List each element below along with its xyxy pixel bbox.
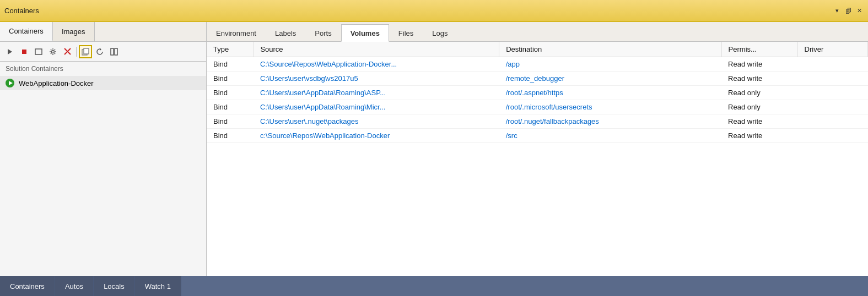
- cell-source[interactable]: C:\Users\user\AppData\Roaming\ASP...: [254, 86, 499, 100]
- start-button[interactable]: [3, 45, 17, 58]
- stop-icon: [21, 48, 28, 55]
- table-header-row: Type Source Destination Permis... Driver: [207, 42, 868, 57]
- cell-permissions: Read write: [721, 57, 797, 72]
- tab-logs[interactable]: Logs: [423, 24, 457, 42]
- stop-button[interactable]: [18, 45, 31, 58]
- tab-images[interactable]: Images: [53, 22, 95, 41]
- cell-destination[interactable]: /root/.nuget/fallbackpackages: [499, 114, 721, 129]
- data-table: Type Source Destination Permis... Driver…: [207, 42, 868, 143]
- cell-permissions: Read write: [721, 129, 797, 143]
- tab-environment[interactable]: Environment: [207, 24, 266, 42]
- cell-driver: [797, 86, 867, 100]
- cell-driver: [797, 100, 867, 114]
- col-header-driver: Driver: [797, 42, 867, 57]
- svg-point-3: [52, 50, 55, 53]
- cell-type: Bind: [207, 86, 254, 100]
- cell-driver: [797, 57, 867, 72]
- table-row: Bind C:\Users\user\AppData\Roaming\ASP..…: [207, 86, 868, 100]
- container-name: WebApplication-Docker: [19, 79, 94, 87]
- pause-button[interactable]: [107, 45, 121, 58]
- bottom-tab-locals[interactable]: Locals: [94, 276, 135, 296]
- cell-permissions: Read write: [721, 72, 797, 86]
- left-tabs: Containers Images: [0, 22, 206, 42]
- cell-type: Bind: [207, 57, 254, 72]
- cell-type: Bind: [207, 72, 254, 86]
- window-title: Containers: [4, 7, 833, 15]
- cell-source[interactable]: C:\Users\user\.nuget\packages: [254, 114, 499, 129]
- tab-volumes[interactable]: Volumes: [341, 24, 389, 42]
- right-panel: Environment Labels Ports Volumes Files L…: [207, 22, 868, 276]
- svg-rect-10: [115, 48, 117, 55]
- table-body: Bind C:\Source\Repos\WebApplication-Dock…: [207, 57, 868, 143]
- col-header-permissions: Permis...: [721, 42, 797, 57]
- left-panel: Containers Images: [0, 22, 207, 276]
- cell-permissions: Read only: [721, 86, 797, 100]
- tab-labels[interactable]: Labels: [266, 24, 305, 42]
- terminal-button[interactable]: [32, 45, 45, 58]
- cell-permissions: Read only: [721, 100, 797, 114]
- tab-files[interactable]: Files: [389, 24, 423, 42]
- cell-driver: [797, 72, 867, 86]
- table-row: Bind C:\Users\user\.nuget\packages /root…: [207, 114, 868, 129]
- separator-1: [76, 47, 77, 57]
- refresh-icon: [96, 48, 104, 56]
- table-row: Bind C:\Users\user\AppData\Roaming\Micr.…: [207, 100, 868, 114]
- cell-driver: [797, 114, 867, 129]
- cell-destination[interactable]: /src: [499, 129, 721, 143]
- tab-ports[interactable]: Ports: [305, 24, 341, 42]
- col-header-destination: Destination: [499, 42, 721, 57]
- svg-rect-9: [111, 48, 114, 55]
- table-row: Bind C:\Source\Repos\WebApplication-Dock…: [207, 57, 868, 72]
- running-indicator: [6, 79, 14, 87]
- svg-rect-1: [22, 50, 26, 54]
- cell-type: Bind: [207, 100, 254, 114]
- terminal-icon: [35, 48, 42, 55]
- cell-type: Bind: [207, 129, 254, 143]
- copy-button[interactable]: [79, 45, 92, 58]
- start-icon: [7, 48, 13, 55]
- main-container: Containers Images: [0, 22, 868, 296]
- table-row: Bind c:\Source\Repos\WebApplication-Dock…: [207, 129, 868, 143]
- solution-header: Solution Containers: [0, 62, 206, 76]
- col-header-source: Source: [254, 42, 499, 57]
- pause-icon: [110, 48, 118, 56]
- copy-icon: [82, 48, 89, 56]
- cell-destination[interactable]: /remote_debugger: [499, 72, 721, 86]
- table-row: Bind C:\Users\user\vsdbg\vs2017u5 /remot…: [207, 72, 868, 86]
- cell-destination[interactable]: /app: [499, 57, 721, 72]
- bottom-tab-containers[interactable]: Containers: [0, 276, 55, 296]
- delete-button[interactable]: [61, 45, 74, 58]
- cell-source[interactable]: C:\Users\user\vsdbg\vs2017u5: [254, 72, 499, 86]
- close-btn[interactable]: ✕: [855, 7, 864, 15]
- col-header-type: Type: [207, 42, 254, 57]
- cell-type: Bind: [207, 114, 254, 129]
- bottom-tabbar: Containers Autos Locals Watch 1: [0, 276, 868, 296]
- bottom-tab-autos[interactable]: Autos: [55, 276, 94, 296]
- cell-source[interactable]: C:\Source\Repos\WebApplication-Docker...: [254, 57, 499, 72]
- volumes-table: Type Source Destination Permis... Driver…: [207, 42, 868, 276]
- title-bar: Containers ▾ 🗐 ✕: [0, 0, 868, 22]
- container-item[interactable]: WebApplication-Docker: [0, 76, 206, 90]
- settings-button[interactable]: [46, 45, 60, 58]
- right-tabs: Environment Labels Ports Volumes Files L…: [207, 22, 868, 42]
- cell-driver: [797, 129, 867, 143]
- toolbar: [0, 42, 206, 62]
- svg-marker-0: [8, 49, 12, 54]
- delete-icon: [64, 48, 71, 55]
- bottom-tab-watch1[interactable]: Watch 1: [135, 276, 181, 296]
- dropdown-btn[interactable]: ▾: [833, 7, 842, 15]
- top-section: Containers Images: [0, 22, 868, 276]
- settings-icon: [49, 48, 57, 56]
- refresh-button[interactable]: [93, 45, 106, 58]
- svg-rect-2: [35, 49, 42, 54]
- cell-destination[interactable]: /root/.aspnet/https: [499, 86, 721, 100]
- svg-rect-7: [84, 48, 89, 54]
- cell-destination[interactable]: /root/.microsoft/usersecrets: [499, 100, 721, 114]
- tab-containers[interactable]: Containers: [0, 22, 53, 41]
- svg-marker-8: [100, 48, 101, 51]
- cell-source[interactable]: c:\Source\Repos\WebApplication-Docker: [254, 129, 499, 143]
- cell-source[interactable]: C:\Users\user\AppData\Roaming\Micr...: [254, 100, 499, 114]
- title-controls: ▾ 🗐 ✕: [833, 7, 864, 15]
- cell-permissions: Read write: [721, 114, 797, 129]
- pin-btn[interactable]: 🗐: [844, 7, 853, 15]
